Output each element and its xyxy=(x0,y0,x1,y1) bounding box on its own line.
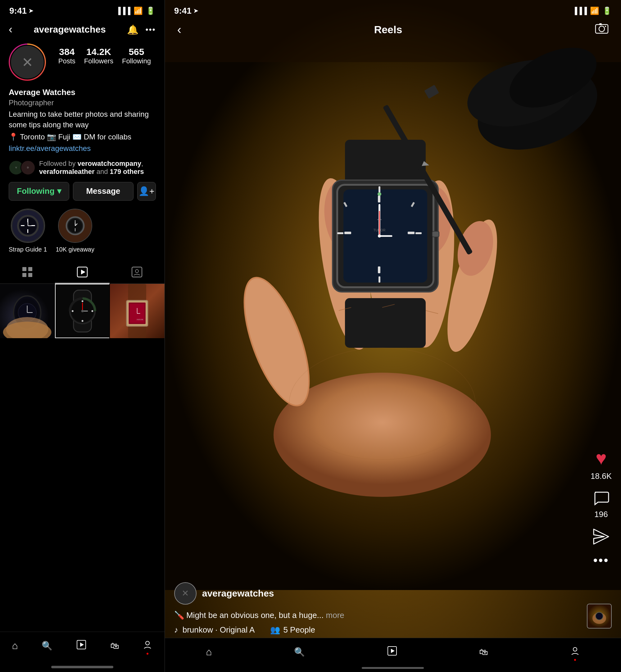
message-button[interactable]: Message xyxy=(73,182,133,201)
highlights-section: Strap Guide 1 10K giveaway xyxy=(0,204,165,258)
svg-rect-18 xyxy=(23,273,27,277)
reels-user-avatar[interactable]: ✕ xyxy=(174,582,197,604)
music-text[interactable]: brunkow · Original A xyxy=(182,625,255,635)
left-status-icons: ▐▐▐ 📶 🔋 xyxy=(116,6,155,15)
svg-rect-16 xyxy=(23,267,27,271)
camera-icon[interactable] xyxy=(595,22,609,37)
reels-bottom-overlay: ✕ averagewatches 🪛 Might be an obvious o… xyxy=(165,582,596,635)
svg-point-42 xyxy=(81,310,84,312)
r-nav-home[interactable]: ⌂ xyxy=(206,646,212,658)
r-reels-icon xyxy=(387,646,397,658)
right-signal-icon: ▐▐▐ xyxy=(572,7,587,15)
highlight-inner-1 xyxy=(11,209,44,242)
profile-dot xyxy=(147,653,149,655)
svg-point-37 xyxy=(82,320,84,322)
bio-link[interactable]: linktr.ee/averagewatches xyxy=(9,144,156,153)
nav-reels[interactable] xyxy=(76,640,86,652)
svg-rect-72 xyxy=(378,277,380,283)
posts-count: 384 xyxy=(59,47,75,57)
grid-item-3[interactable]: JAEGER xyxy=(110,284,164,338)
svg-rect-79 xyxy=(408,232,415,234)
share-action[interactable] xyxy=(592,528,610,545)
reels-username[interactable]: averagewatches xyxy=(202,588,274,599)
people-count[interactable]: 5 People xyxy=(283,625,315,635)
svg-rect-19 xyxy=(28,273,32,277)
followed-by-link3[interactable]: 179 others xyxy=(110,168,144,175)
svg-rect-6 xyxy=(31,225,35,226)
like-action[interactable]: ♥ 18.6K xyxy=(590,448,612,481)
svg-rect-71 xyxy=(378,186,380,193)
left-home-indicator xyxy=(51,666,113,668)
reels-user-row: ✕ averagewatches xyxy=(174,582,587,604)
reels-music-people-row: ♪ brunkow · Original A 👥 5 People xyxy=(174,625,587,635)
left-time: 9:41 ➤ xyxy=(9,6,33,16)
nav-profile[interactable] xyxy=(142,640,153,652)
svg-marker-109 xyxy=(391,649,395,653)
bio-desc-text: Learning to take better photos and shari… xyxy=(9,110,149,129)
r-nav-shop[interactable]: 🛍 xyxy=(479,647,488,657)
tab-tagged[interactable] xyxy=(110,261,165,284)
nav-search[interactable]: 🔍 xyxy=(42,641,52,651)
followed-by-link2[interactable]: veraformaleather xyxy=(39,168,95,175)
bio-section: Average Watches Photographer Learning to… xyxy=(0,84,165,157)
nav-right-icons: 🔔 ••• xyxy=(127,24,156,35)
grid-item-1[interactable] xyxy=(0,284,54,338)
svg-marker-21 xyxy=(81,269,85,275)
stat-posts[interactable]: 384 Posts xyxy=(58,47,76,65)
reels-video-background: T TUDOR xyxy=(165,0,621,672)
followed-avatar-2: D xyxy=(20,160,35,175)
time-text: 9:41 xyxy=(9,6,27,16)
highlight-watch-art-1 xyxy=(11,209,44,242)
right-time-text: 9:41 xyxy=(174,6,192,16)
highlight-1[interactable]: Strap Guide 1 xyxy=(9,209,47,253)
back-button[interactable]: ‹ xyxy=(9,23,12,36)
reels-title: Reels xyxy=(374,24,403,36)
comment-action[interactable]: 196 xyxy=(592,490,610,519)
svg-point-75 xyxy=(378,192,381,196)
followed-by-link1[interactable]: verowatchcompany xyxy=(78,160,141,167)
svg-rect-17 xyxy=(28,267,32,271)
thumb-image xyxy=(587,604,611,628)
home-icon: ⌂ xyxy=(12,640,18,652)
reels-back-button[interactable]: ‹ xyxy=(177,23,181,37)
stat-following[interactable]: 565 Following xyxy=(122,47,151,65)
svg-point-53 xyxy=(146,641,149,645)
add-friend-button[interactable]: 👤+ xyxy=(137,182,156,201)
svg-rect-102 xyxy=(599,23,602,25)
followed-avatars: V D xyxy=(9,160,35,175)
right-battery-icon: 🔋 xyxy=(603,6,612,15)
svg-point-87 xyxy=(378,235,381,238)
tab-grid[interactable] xyxy=(0,261,55,284)
r-nav-search[interactable]: 🔍 xyxy=(294,647,305,657)
more-dots-icon: ••• xyxy=(593,554,609,566)
right-time: 9:41 ➤ xyxy=(174,6,198,16)
signal-icon: ▐▐▐ xyxy=(116,7,130,15)
reels-side-actions: ♥ 18.6K 196 ••• xyxy=(590,448,612,566)
svg-rect-76 xyxy=(378,196,380,203)
stat-followers[interactable]: 14.2K Followers xyxy=(84,47,113,65)
following-count: 565 xyxy=(129,47,144,57)
nav-shop[interactable]: 🛍 xyxy=(110,641,119,651)
more-action[interactable]: ••• xyxy=(593,554,609,566)
notification-bell-icon[interactable]: 🔔 xyxy=(127,24,138,35)
nav-home[interactable]: ⌂ xyxy=(12,640,18,652)
battery-icon: 🔋 xyxy=(146,6,155,15)
svg-rect-4 xyxy=(27,229,28,233)
svg-point-110 xyxy=(573,647,577,651)
grid-item-2[interactable] xyxy=(55,284,109,338)
reels-thumbnail[interactable] xyxy=(587,604,612,629)
comment-icon xyxy=(592,490,610,507)
more-link[interactable]: more xyxy=(326,611,344,620)
tab-reels[interactable] xyxy=(55,261,110,284)
more-options-icon[interactable]: ••• xyxy=(145,25,156,35)
highlight-watch-art-2 xyxy=(59,209,92,242)
highlight-2[interactable]: 10K giveaway xyxy=(55,209,94,253)
r-nav-reels[interactable] xyxy=(387,646,397,658)
right-status-icons: ▐▐▐ 📶 🔋 xyxy=(572,6,612,15)
grid-watch-2 xyxy=(55,285,109,338)
r-profile-dot xyxy=(574,659,576,661)
r-nav-profile[interactable] xyxy=(570,646,580,658)
svg-text:JAEGER: JAEGER xyxy=(137,319,143,321)
following-button[interactable]: Following ▾ xyxy=(9,182,69,201)
right-wifi-icon: 📶 xyxy=(590,6,599,15)
